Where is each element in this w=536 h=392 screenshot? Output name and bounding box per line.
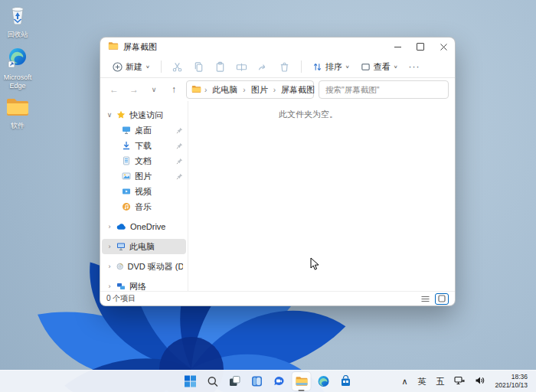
new-label: 新建 [126, 61, 142, 73]
sidebar-item-label: 快速访问 [129, 109, 163, 121]
breadcrumb-pictures[interactable]: 图片 [249, 83, 270, 96]
up-button[interactable]: ↑ [166, 82, 181, 97]
large-icons-view-toggle[interactable] [435, 293, 449, 305]
file-explorer-button[interactable] [293, 372, 311, 390]
chevron-right-icon[interactable]: › [106, 263, 113, 270]
address-bar[interactable]: › 此电脑 › 图片 › 屏幕截图 ∨ [186, 80, 314, 99]
sidebar-item-desktop[interactable]: 桌面 [102, 122, 186, 138]
address-bar-row: ← → ∨ ↑ › 此电脑 › 图片 › 屏幕截图 ∨ [100, 78, 455, 101]
chevron-right-icon[interactable]: › [106, 243, 113, 250]
folder-icon [5, 97, 30, 120]
desktop-icon [122, 126, 131, 135]
tray-overflow-chevron[interactable]: ∧ [399, 375, 410, 388]
back-button[interactable]: ← [106, 82, 122, 97]
command-bar: 新建 ∨ 排序 [100, 56, 455, 78]
sidebar-item-this-pc[interactable]: › 此电脑 [102, 239, 186, 254]
copy-button[interactable] [189, 59, 209, 74]
this-pc-icon [116, 242, 126, 251]
folder-content-area[interactable]: 此文件夹为空。 [188, 101, 455, 291]
clock[interactable]: 18:36 2021/10/13 [492, 372, 530, 390]
desktop-icon-folder[interactable]: 软件 [0, 97, 35, 129]
widgets-icon [251, 375, 263, 387]
rename-button[interactable] [232, 59, 252, 74]
sort-button[interactable]: 排序 ∨ [308, 59, 355, 75]
sidebar-item-onedrive[interactable]: › OneDrive [102, 219, 186, 234]
widgets-button[interactable] [248, 372, 266, 390]
cut-button[interactable] [168, 59, 188, 74]
pin-icon [176, 142, 183, 149]
share-button[interactable] [253, 59, 273, 74]
sidebar-item-label: 视频 [135, 186, 152, 198]
sidebar-item-label: 音乐 [135, 201, 152, 213]
delete-button[interactable] [275, 59, 295, 74]
chat-button[interactable] [270, 372, 289, 390]
new-button[interactable]: 新建 ∨ [108, 59, 155, 75]
onedrive-icon [116, 223, 126, 230]
ime-mode-indicator[interactable]: 五 [433, 374, 446, 389]
sidebar-item-documents[interactable]: 文档 [102, 153, 186, 168]
pictures-icon [122, 172, 131, 181]
sidebar-item-network[interactable]: › 网络 [102, 279, 186, 291]
search-box[interactable] [319, 80, 449, 99]
maximize-icon [417, 43, 424, 51]
details-view-toggle[interactable] [418, 293, 432, 305]
breadcrumb-screenshots[interactable]: 屏幕截图 [279, 83, 317, 96]
view-toggles [418, 293, 449, 305]
sidebar-item-pictures[interactable]: 图片 [102, 168, 186, 184]
volume-icon[interactable] [472, 374, 487, 388]
sidebar-item-music[interactable]: 音乐 [102, 199, 186, 214]
start-button[interactable] [181, 372, 200, 390]
ime-language-indicator[interactable]: 英 [415, 374, 428, 389]
sort-icon [312, 62, 322, 72]
recent-locations-button[interactable]: ∨ [146, 82, 162, 97]
tray-date: 2021/10/13 [495, 381, 528, 390]
pin-icon [176, 127, 183, 134]
rename-icon [236, 61, 247, 73]
task-view-button[interactable] [226, 372, 244, 390]
pin-icon [176, 173, 183, 180]
navigation-pane: ∨ 快速访问 桌面 下载 文档 [100, 101, 188, 291]
chevron-right-icon[interactable]: › [106, 283, 113, 290]
document-icon [122, 156, 131, 165]
paste-icon [214, 61, 226, 73]
paste-button[interactable] [211, 59, 230, 74]
toolbar-separator [161, 60, 162, 73]
close-icon [440, 44, 447, 51]
chat-icon [273, 375, 286, 387]
window-controls [386, 38, 455, 56]
sidebar-item-videos[interactable]: 视频 [102, 184, 186, 199]
search-button[interactable] [204, 372, 222, 390]
chevron-right-icon[interactable]: › [106, 223, 113, 230]
store-button[interactable] [337, 372, 355, 390]
window-titlebar[interactable]: 屏幕截图 [100, 38, 455, 56]
view-button[interactable]: 查看 ∨ [356, 59, 403, 75]
desktop: 回收站 Microsoft Edge [0, 0, 536, 392]
sidebar-item-dvd-drive[interactable]: › DVD 驱动器 (D:) C [102, 259, 186, 274]
sidebar-item-label: 下载 [135, 140, 152, 152]
cut-icon [172, 61, 183, 73]
copy-icon [193, 61, 204, 73]
breadcrumb-separator: › [273, 86, 276, 94]
edge-button[interactable] [315, 372, 333, 390]
maximize-button[interactable] [409, 38, 432, 56]
minimize-button[interactable] [386, 38, 409, 56]
store-icon [340, 375, 352, 387]
search-icon [207, 376, 218, 387]
chevron-down-icon[interactable]: ∨ [106, 111, 113, 119]
sidebar-item-downloads[interactable]: 下载 [102, 138, 186, 153]
file-explorer-icon [295, 376, 308, 387]
task-view-icon [229, 375, 241, 387]
breadcrumb-this-pc[interactable]: 此电脑 [210, 83, 240, 96]
desktop-icon-edge[interactable]: Microsoft Edge [0, 46, 35, 90]
forward-button[interactable]: → [126, 82, 142, 97]
desktop-icon-label: 回收站 [8, 31, 28, 38]
search-input[interactable] [319, 85, 448, 94]
view-label: 查看 [374, 61, 391, 73]
more-options-button[interactable]: ··· [404, 61, 425, 72]
close-button[interactable] [432, 38, 455, 56]
desktop-icon-recycle-bin[interactable]: 回收站 [0, 3, 35, 38]
thumbnail-view-icon [438, 295, 446, 302]
sidebar-item-quick-access[interactable]: ∨ 快速访问 [102, 107, 186, 122]
breadcrumb-separator: › [204, 86, 207, 94]
network-icon[interactable] [452, 374, 467, 388]
